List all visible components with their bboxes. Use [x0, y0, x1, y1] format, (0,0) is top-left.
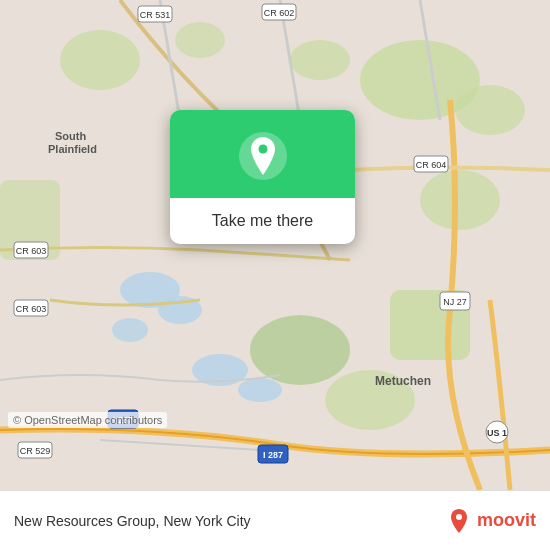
svg-point-2 [455, 85, 525, 135]
bottom-bar: New Resources Group, New York City moovi… [0, 490, 550, 550]
moovit-logo: moovit [445, 507, 536, 535]
svg-text:CR 604: CR 604 [416, 160, 447, 170]
svg-text:CR 603: CR 603 [16, 304, 47, 314]
svg-text:I 287: I 287 [263, 450, 283, 460]
svg-text:CR 602: CR 602 [264, 8, 295, 18]
svg-text:NJ 27: NJ 27 [443, 297, 467, 307]
take-me-there-button[interactable]: Take me there [188, 212, 337, 230]
moovit-brand-name: moovit [477, 510, 536, 531]
svg-point-15 [112, 318, 148, 342]
svg-point-9 [250, 315, 350, 385]
svg-text:CR 529: CR 529 [20, 446, 51, 456]
svg-text:US 1: US 1 [487, 428, 507, 438]
svg-point-6 [175, 22, 225, 58]
svg-text:Plainfield: Plainfield [48, 143, 97, 155]
svg-point-5 [290, 40, 350, 80]
map-container: CR 531 CR 602 CR 604 CR 603 CR 603 I 287… [0, 0, 550, 490]
svg-text:CR 531: CR 531 [140, 10, 171, 20]
popup-card: Take me there [170, 110, 355, 244]
popup-top [170, 110, 355, 198]
svg-point-39 [258, 145, 267, 154]
popup-bottom: Take me there [170, 198, 355, 244]
svg-text:Metuchen: Metuchen [375, 374, 431, 388]
map-attribution: © OpenStreetMap contributors [8, 412, 167, 428]
svg-point-7 [60, 30, 140, 90]
location-pin-icon [239, 132, 287, 180]
location-label: New Resources Group, New York City [14, 513, 445, 529]
svg-point-14 [238, 378, 282, 402]
svg-point-40 [456, 514, 462, 520]
svg-text:CR 603: CR 603 [16, 246, 47, 256]
svg-point-3 [420, 170, 500, 230]
svg-text:South: South [55, 130, 86, 142]
moovit-logo-icon [445, 507, 473, 535]
